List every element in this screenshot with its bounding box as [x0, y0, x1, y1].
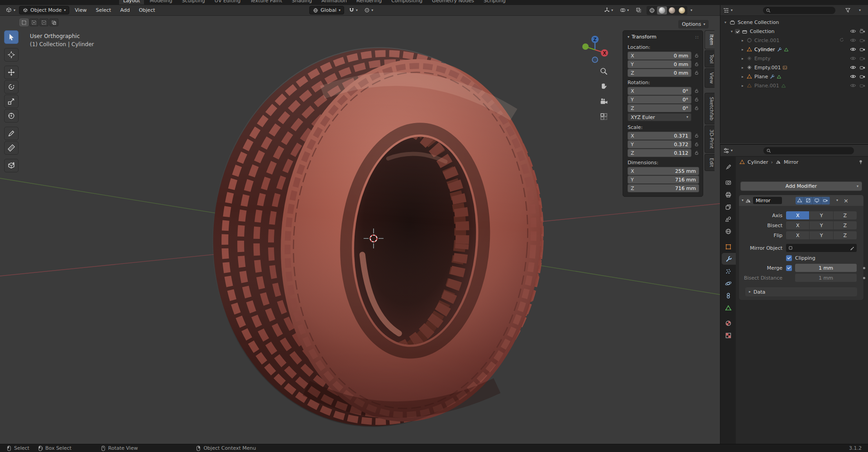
overlays-dropdown[interactable]: ▾ [618, 6, 631, 14]
bisect-x-button[interactable]: X [786, 221, 809, 229]
tab-view[interactable]: View [705, 68, 715, 88]
display-edit-mode-toggle[interactable] [804, 197, 813, 205]
tool-select-box[interactable] [4, 30, 19, 44]
eye-icon[interactable] [850, 82, 856, 89]
filter-button[interactable] [845, 7, 851, 13]
menu-select[interactable]: Select [92, 6, 115, 14]
zoom-button[interactable] [599, 67, 609, 76]
expand-arrow-icon[interactable]: ▸ [740, 38, 745, 43]
tab-scene-properties[interactable] [720, 213, 736, 225]
merge-value-field[interactable]: 1 mm [795, 264, 857, 272]
tab-data-properties[interactable] [720, 302, 736, 314]
lock-icon[interactable] [691, 62, 699, 67]
tab-output-properties[interactable] [720, 189, 736, 200]
tool-transform[interactable] [4, 109, 19, 123]
axis-x-button[interactable]: X [786, 211, 809, 219]
tool-annotate[interactable] [4, 127, 19, 140]
proportional-edit-toggle[interactable]: ▾ [362, 6, 375, 14]
camera-restrict-icon[interactable] [859, 37, 866, 43]
rotation-mode-dropdown[interactable]: XYZ Euler ▾ [628, 113, 691, 121]
shading-dropdown-chevron[interactable]: ▾ [691, 9, 692, 12]
tab-object-properties[interactable] [720, 241, 736, 252]
mode-dropdown[interactable]: Object Mode ▾ [19, 6, 69, 14]
tab-particle-properties[interactable] [720, 265, 736, 277]
modifier-extras-dropdown[interactable]: ▾ [836, 199, 838, 202]
outliner-row-circle-001[interactable]: ▸ Circle.001 [720, 36, 868, 45]
filter-chevron-icon[interactable]: ▾ [859, 9, 861, 12]
display-realtime-toggle[interactable] [813, 197, 821, 205]
tool-cursor[interactable] [4, 48, 19, 62]
animate-dot[interactable] [863, 277, 865, 279]
scale-z-field[interactable]: Z0.112 [628, 149, 691, 157]
gizmo-visibility-dropdown[interactable]: ▾ [602, 6, 615, 14]
eye-icon[interactable] [850, 37, 856, 43]
select-mode-new-button[interactable] [19, 19, 29, 26]
eyedropper-icon[interactable] [849, 246, 854, 251]
eye-icon[interactable] [850, 46, 856, 52]
options-button[interactable]: Options ▾ [678, 20, 709, 29]
tab-3d-print[interactable]: 3D-Print [705, 125, 715, 153]
select-mode-intersect-button[interactable] [49, 19, 58, 26]
tab-edit[interactable]: Edit [705, 154, 715, 171]
tab-physics-properties[interactable] [720, 277, 736, 289]
lock-icon[interactable] [691, 97, 699, 102]
tab-render-properties[interactable] [720, 176, 736, 188]
camera-restrict-icon[interactable] [859, 55, 866, 62]
shading-rendered-button[interactable] [677, 6, 687, 14]
location-z-field[interactable]: Z0 mm [628, 69, 691, 77]
flip-y-button[interactable]: Y [810, 231, 833, 239]
tab-material-properties[interactable] [720, 317, 736, 329]
mirror-modifier-header[interactable]: ▾ Mirror ▾ × [739, 195, 863, 206]
outliner-row-empty-001[interactable]: ▸ Empty.001 [720, 63, 868, 72]
tab-tool[interactable]: Tool [705, 50, 715, 67]
bisect-y-button[interactable]: Y [810, 221, 833, 229]
scale-x-field[interactable]: X0.371 [628, 132, 691, 140]
display-on-cage-toggle[interactable] [796, 197, 804, 205]
expand-arrow-icon[interactable]: ▸ [740, 66, 745, 70]
outliner-row-empty[interactable]: ▸ Empty [720, 54, 868, 63]
outliner-row-plane[interactable]: ▸ Plane [720, 72, 868, 81]
tab-constraint-properties[interactable] [720, 290, 736, 301]
collection-checkbox[interactable] [735, 29, 740, 34]
workspace-tab-shading[interactable]: Shading [288, 0, 316, 5]
workspace-tab-compositing[interactable]: Compositing [387, 0, 427, 5]
xray-toggle[interactable] [634, 6, 643, 14]
ortho-toggle-button[interactable] [599, 111, 609, 121]
scale-y-field[interactable]: Y0.372 [628, 140, 691, 148]
orientation-dropdown[interactable]: Global ▾ [309, 6, 344, 14]
rotation-x-field[interactable]: X0° [628, 87, 691, 95]
tool-move[interactable] [4, 66, 19, 79]
axis-y-button[interactable]: Y [810, 211, 833, 219]
viewport-3d[interactable]: User Orthographic (1) Collection | Cylin… [0, 16, 720, 444]
clipping-checkbox[interactable] [786, 255, 792, 261]
breadcrumb-object[interactable]: Cylinder [748, 159, 768, 165]
outliner-search-input[interactable] [763, 7, 835, 14]
select-mode-subtract-button[interactable] [39, 19, 48, 26]
tab-world-properties[interactable] [720, 225, 736, 237]
workspace-tab-geometry-nodes[interactable]: Geometry Nodes [428, 0, 478, 5]
outliner-row-scene-collection[interactable]: ▾ Scene Collection [720, 18, 868, 27]
outliner-editor-icon[interactable] [723, 7, 729, 14]
axis-z-button[interactable]: Z [834, 211, 857, 219]
modifier-name-field[interactable]: Mirror [753, 197, 782, 204]
camera-restrict-icon[interactable] [859, 73, 866, 80]
lock-icon[interactable] [691, 150, 699, 156]
tab-view-layer-properties[interactable] [720, 201, 736, 213]
menu-add[interactable]: Add [116, 6, 133, 14]
camera-restrict-icon[interactable] [859, 64, 866, 71]
tab-sketchfab[interactable]: Sketchfab [705, 93, 715, 124]
transform-panel-header[interactable]: ▾ Transform :: [628, 33, 699, 42]
flip-x-button[interactable]: X [786, 231, 809, 239]
dimensions-y-field[interactable]: Y716 mm [628, 176, 699, 184]
eye-icon[interactable] [850, 64, 856, 71]
snap-toggle[interactable]: ▾ [347, 6, 360, 14]
tool-scale[interactable] [4, 95, 19, 108]
display-render-toggle[interactable] [821, 197, 830, 205]
camera-restrict-icon[interactable] [859, 28, 866, 34]
lock-icon[interactable] [691, 142, 699, 147]
lock-icon[interactable] [691, 105, 699, 111]
expand-arrow-icon[interactable]: ▾ [729, 29, 734, 33]
tab-texture-properties[interactable] [720, 329, 736, 341]
navigation-gizmo[interactable]: Z X [579, 34, 611, 66]
select-mode-extend-button[interactable] [29, 19, 38, 26]
